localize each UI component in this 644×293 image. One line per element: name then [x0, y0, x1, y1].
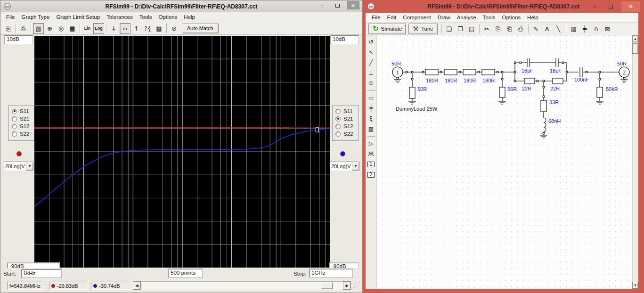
radio-s12[interactable]: S12	[9, 122, 34, 130]
menu-edit[interactable]: Edit	[384, 13, 400, 22]
menu-tools[interactable]: Tools	[136, 13, 155, 21]
menu-graph-type[interactable]: Graph Type	[18, 13, 53, 21]
scroll-left-button[interactable]: ◀	[133, 281, 141, 290]
calculator-button[interactable]: ▦	[568, 24, 579, 34]
capacitor-c2[interactable]	[556, 58, 558, 67]
frequency-marker[interactable]	[316, 127, 318, 132]
minimize-button[interactable]: –	[589, 3, 600, 11]
save-file-button[interactable]: ▤	[466, 24, 477, 34]
open-file-button[interactable]: ❐	[455, 24, 466, 34]
maximize-button[interactable]	[332, 1, 342, 9]
graph-window-titlebar[interactable]: RFSim99 - D:\Div-Calc\RFSim99\Filter-RF\…	[0, 0, 362, 12]
scrollbar-track[interactable]	[141, 281, 343, 290]
radio-s22[interactable]: S22	[9, 130, 34, 138]
scrollbar-thumb[interactable]	[321, 282, 333, 289]
scroll-up-button[interactable]: ▲	[632, 35, 638, 42]
marker-list-button[interactable]: ▩	[154, 23, 164, 34]
table-view-button[interactable]: ▦	[67, 23, 78, 34]
resistor-shunt-output[interactable]: 50kR	[596, 72, 618, 104]
linear-scale-button[interactable]: Lin	[82, 23, 93, 34]
minimize-button[interactable]: –	[318, 1, 328, 9]
resistor-r6[interactable]: 22R	[550, 78, 563, 91]
stop-frequency-input[interactable]: 1GHz	[309, 269, 353, 278]
paste-button[interactable]: ⎗	[504, 24, 515, 34]
print-button[interactable]: ⎙	[515, 24, 526, 34]
resistor-shunt-mid[interactable]: 56R	[498, 72, 517, 104]
start-frequency-input[interactable]: 1kHz	[21, 269, 62, 278]
radio-s22[interactable]: S22	[333, 130, 359, 138]
radio-s21[interactable]: S21	[333, 115, 359, 122]
ground-button[interactable]: ⊥	[367, 68, 376, 78]
smith-chart-button[interactable]: ⊕	[44, 23, 55, 34]
resistor-r4[interactable]: 180R	[482, 69, 495, 83]
filter-designer-button[interactable]: ╪	[579, 24, 590, 34]
menu-draw[interactable]: Draw	[434, 13, 454, 22]
text-button[interactable]: A	[542, 24, 553, 34]
left-axis-top-value[interactable]: 10dB	[4, 35, 33, 44]
menu-options[interactable]: Options	[155, 13, 181, 21]
right-axis-top-value[interactable]: 10dB	[330, 35, 359, 44]
maximize-button[interactable]	[605, 3, 616, 11]
capacitor-c1[interactable]	[527, 58, 530, 67]
close-button[interactable]: ✕	[621, 1, 640, 12]
wire-button[interactable]: ╱	[367, 58, 376, 67]
resistor-shunt-input[interactable]: 50R	[408, 72, 427, 104]
capacitor-c3[interactable]	[580, 67, 583, 77]
attenuator-button[interactable]: ▨	[367, 124, 376, 134]
schematic-canvas[interactable]: 1 50R 50R DummyLoad 25W 180R	[377, 35, 632, 289]
menu-component[interactable]: Component	[399, 13, 434, 22]
radio-s11[interactable]: S11	[9, 107, 34, 115]
new-file-button[interactable]: ❏	[444, 24, 455, 34]
resize-grip[interactable]	[354, 282, 362, 290]
scrollbar-thumb[interactable]	[632, 43, 638, 54]
coupler-designer-button[interactable]: ∩	[591, 24, 602, 34]
points-input[interactable]: 500 points	[168, 269, 203, 278]
copy-button[interactable]: ⎘	[493, 24, 504, 34]
resistor-r3[interactable]: 180R	[463, 69, 476, 83]
transformer-button[interactable]: Ж	[367, 149, 376, 159]
resistor-r5[interactable]: 22R	[522, 78, 535, 91]
radio-s11[interactable]: S11	[333, 107, 359, 115]
cut-button[interactable]: ✂	[481, 24, 492, 34]
menu-analyse[interactable]: Analyse	[454, 13, 480, 22]
menu-help[interactable]: Help	[524, 13, 542, 22]
menu-tolerances[interactable]: Tolerances	[103, 13, 136, 21]
resistor-button[interactable]: ▭	[367, 93, 376, 103]
left-format-dropdown[interactable]: 20Log(V ▼	[4, 162, 33, 171]
schematic-window-titlebar[interactable]: RFSim99 - D:\Div-Calc\RFSim99\Filter-RF\…	[363, 0, 644, 13]
log-scale-button[interactable]: Log	[93, 23, 104, 34]
line-button[interactable]: ╲	[553, 24, 564, 34]
close-button[interactable]: ✕	[347, 1, 359, 9]
inductor-button[interactable]: ξ	[367, 114, 376, 123]
menu-tools[interactable]: Tools	[480, 13, 499, 22]
polar-chart-button[interactable]: ◎	[56, 23, 66, 34]
radio-s12[interactable]: S12	[333, 122, 359, 130]
marker-down-button[interactable]: ↓	[108, 23, 119, 34]
port-button[interactable]: ①	[367, 79, 376, 88]
marker-track-button[interactable]: ›‹	[120, 23, 130, 34]
scroll-down-button[interactable]: ▼	[632, 282, 638, 289]
amplifier-button[interactable]: ▷	[367, 139, 376, 148]
dropdown-arrow-icon[interactable]: ▼	[26, 162, 33, 171]
print-button[interactable]: ⎙	[18, 23, 29, 34]
menu-file[interactable]: File	[368, 13, 384, 22]
scroll-right-button[interactable]: ▶	[343, 281, 351, 290]
port-2-button[interactable]: 2	[367, 170, 376, 179]
marker-up-button[interactable]: ↑	[131, 23, 142, 34]
menu-options[interactable]: Options	[498, 13, 524, 22]
right-format-dropdown[interactable]: 20Log(V ▼	[330, 162, 359, 171]
port-1-button[interactable]: 1	[367, 160, 376, 169]
resistor-r2[interactable]: 180R	[444, 69, 457, 83]
capacitor-button[interactable]: ╪	[367, 104, 376, 113]
select-button[interactable]: ↖	[367, 48, 376, 57]
sparameter-plot[interactable]	[34, 36, 330, 268]
tune-button[interactable]: ⚒ Tune	[408, 24, 437, 34]
draw-button[interactable]: ✎	[530, 24, 541, 34]
rotate-button[interactable]: ↺	[367, 37, 376, 47]
tolerance-button[interactable]: ⊘	[169, 23, 179, 34]
menu-graph-limit-setup[interactable]: Graph Limit Setup	[53, 13, 103, 21]
menu-file[interactable]: File	[3, 13, 18, 21]
auto-match-button[interactable]: Auto Match	[182, 24, 219, 33]
radio-s21[interactable]: S21	[9, 115, 34, 122]
menu-help[interactable]: Help	[180, 13, 198, 21]
